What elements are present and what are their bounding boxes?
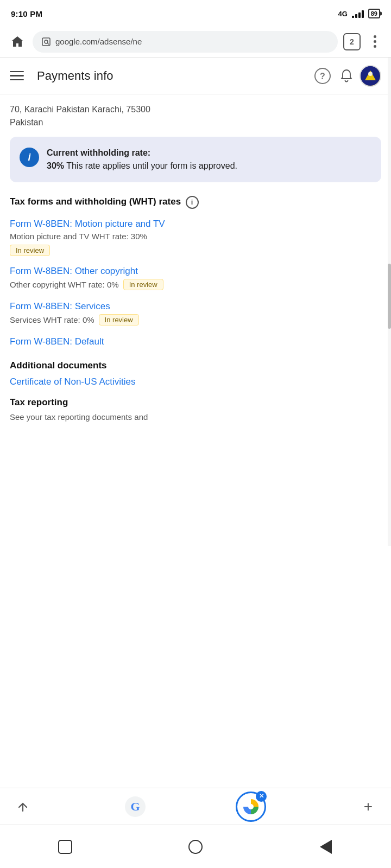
info-icon-label: i: [28, 152, 30, 163]
info-box: i Current withholding rate: 30% This rat…: [10, 137, 381, 182]
network-label: 4G: [338, 10, 347, 18]
hamburger-line: [10, 71, 24, 73]
help-button[interactable]: ?: [312, 65, 333, 87]
back-icon: [320, 840, 332, 854]
form-link-4[interactable]: Form W-8BEN: Default: [10, 336, 381, 347]
scroll-up-button[interactable]: [11, 795, 35, 819]
tax-heading-text: Tax forms and withholding (WHT) rates: [10, 196, 181, 207]
battery-icon: 89: [368, 9, 380, 18]
form-item-4: Form W-8BEN: Default: [10, 336, 381, 347]
form-badge-2: In review: [123, 279, 163, 290]
url-bar[interactable]: google.com/adsense/ne: [33, 31, 338, 53]
svg-point-8: [248, 804, 254, 809]
svg-point-6: [368, 72, 373, 76]
android-recents-button[interactable]: [52, 833, 79, 860]
tax-info-icon[interactable]: i: [186, 196, 199, 209]
add-tab-button[interactable]: +: [356, 795, 380, 819]
form-item-1: Form W-8BEN: Motion picture and TV Motio…: [10, 219, 381, 255]
form-rate-1: Motion picture and TV WHT rate: 30%: [10, 232, 147, 241]
android-home-button[interactable]: [182, 833, 209, 860]
address-text: 70, Karachi Pakistan Karachi, 75300 Paki…: [10, 94, 381, 137]
form-link-1[interactable]: Form W-8BEN: Motion picture and TV: [10, 219, 381, 229]
form-rate-2: Other copyright WHT rate: 0%: [10, 280, 119, 289]
address-line1: 70, Karachi Pakistan Karachi, 75300: [10, 105, 150, 114]
page-title: Payments info: [37, 69, 310, 83]
more-options-button[interactable]: [366, 33, 383, 50]
close-badge: ✕: [256, 791, 267, 802]
tax-reporting-section: Tax reporting See your tax reporting doc…: [10, 397, 381, 424]
form-rate-3: Services WHT rate: 0%: [10, 315, 94, 324]
close-icon: ✕: [259, 793, 264, 800]
avatar[interactable]: [360, 65, 381, 87]
notifications-button[interactable]: [336, 65, 357, 87]
additional-docs-section: Additional documents Certificate of Non-…: [10, 360, 381, 387]
dot-icon: [374, 35, 376, 38]
form-badge-3: In review: [99, 314, 139, 326]
tax-section-heading: Tax forms and withholding (WHT) rates i: [10, 195, 381, 209]
form-link-3[interactable]: Form W-8BEN: Services: [10, 301, 381, 312]
address-line2: Pakistan: [10, 118, 43, 127]
signal-icon: [352, 9, 364, 18]
android-nav: [0, 825, 391, 868]
form-item-3: Form W-8BEN: Services Services WHT rate:…: [10, 301, 381, 326]
withholding-label: Current withholding rate:: [47, 148, 150, 157]
info-icon: i: [20, 148, 39, 167]
form-detail-1: Motion picture and TV WHT rate: 30%: [10, 232, 381, 241]
browser-bottom-nav: G ✕ +: [0, 788, 391, 825]
status-time: 9:10 PM: [11, 9, 42, 18]
browser-bar: google.com/adsense/ne 2: [0, 26, 391, 58]
withholding-rate: 30%: [47, 161, 64, 170]
android-back-button[interactable]: [312, 833, 339, 860]
hamburger-line: [10, 75, 24, 76]
app-header: Payments info ?: [0, 58, 391, 94]
scrollbar-thumb[interactable]: [388, 264, 391, 329]
hamburger-line: [10, 79, 24, 81]
tab-count[interactable]: 2: [343, 33, 361, 50]
recents-icon: [58, 840, 72, 854]
form-detail-3: Services WHT rate: 0% In review: [10, 314, 381, 326]
form-badge-1: In review: [10, 245, 50, 256]
url-text: google.com/adsense/ne: [55, 37, 329, 46]
google-g-icon: G: [130, 800, 140, 814]
add-tab-icon: +: [364, 798, 373, 815]
home-button[interactable]: [8, 32, 27, 52]
certificate-link[interactable]: Certificate of Non-US Activities: [10, 376, 381, 387]
scrollbar-track: [388, 58, 391, 546]
svg-text:?: ?: [320, 72, 325, 81]
tax-reporting-text: See your tax reporting documents and: [10, 411, 381, 424]
additional-docs-heading: Additional documents: [10, 360, 381, 371]
status-bar: 9:10 PM 4G 89: [0, 0, 391, 26]
status-right: 4G 89: [338, 9, 380, 18]
withholding-description: This rate applies until your form is app…: [64, 161, 237, 170]
main-content: 70, Karachi Pakistan Karachi, 75300 Paki…: [0, 94, 391, 423]
form-item-2: Form W-8BEN: Other copyright Other copyr…: [10, 266, 381, 290]
adsense-logo-button[interactable]: ✕: [236, 792, 266, 822]
dot-icon: [374, 40, 376, 43]
menu-button[interactable]: [10, 66, 29, 86]
home-icon: [188, 840, 203, 854]
form-detail-2: Other copyright WHT rate: 0% In review: [10, 279, 381, 290]
info-content: Current withholding rate: 30% This rate …: [47, 146, 237, 173]
user-avatar: [360, 65, 381, 87]
form-link-2[interactable]: Form W-8BEN: Other copyright: [10, 266, 381, 277]
forms-section: Form W-8BEN: Motion picture and TV Motio…: [10, 219, 381, 347]
tax-reporting-heading: Tax reporting: [10, 397, 381, 408]
dot-icon: [374, 45, 376, 48]
google-g-button[interactable]: G: [125, 796, 146, 817]
battery-level: 89: [371, 10, 377, 17]
